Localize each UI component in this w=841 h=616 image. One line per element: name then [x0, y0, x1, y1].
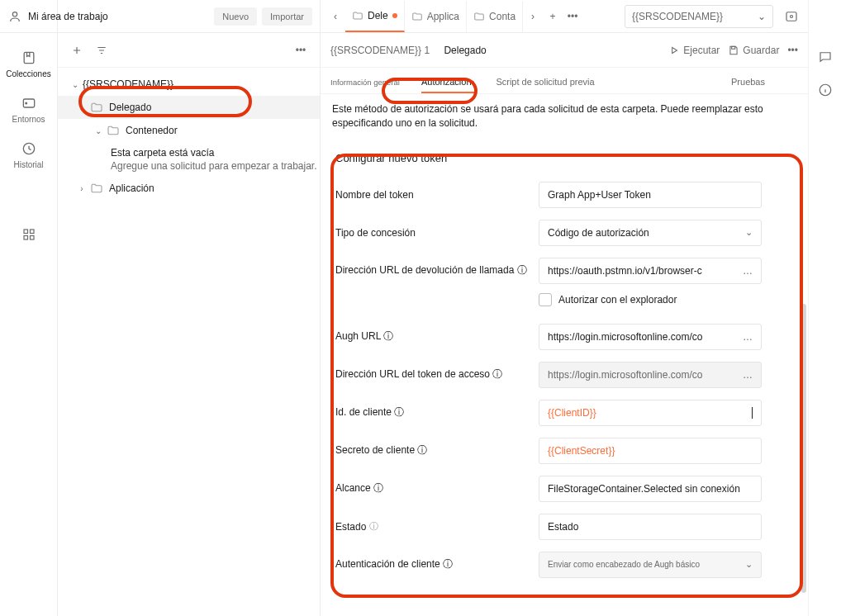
tree-contenedor[interactable]: ⌄ Contenedor: [58, 119, 320, 142]
tab-prev-icon[interactable]: ‹: [325, 7, 345, 26]
save-button[interactable]: Guardar: [728, 45, 779, 56]
grant-type-select[interactable]: Código de autorización⌄: [539, 220, 762, 246]
rail-collections[interactable]: Colecciones: [0, 41, 57, 87]
subtab-general[interactable]: Información general: [330, 78, 400, 93]
rail-collections-label: Colecciones: [6, 69, 50, 78]
scrollbar[interactable]: [801, 304, 806, 593]
subtab-tests[interactable]: Pruebas: [731, 77, 765, 93]
tree-delegado-label: Delegado: [109, 102, 151, 113]
auth-description: Este método de autorización se usará par…: [321, 94, 808, 139]
client-auth-select[interactable]: Enviar como encabezado de Augh básico⌄: [539, 552, 762, 578]
svg-rect-12: [732, 46, 735, 49]
workspace-header: Mi área de trabajo Nuevo Importar: [0, 0, 321, 33]
svg-marker-11: [672, 47, 677, 53]
folder-icon: [89, 181, 104, 196]
auth-url-input[interactable]: https://login.microsoftonline.com/co…: [539, 324, 762, 350]
tab-delegado[interactable]: Dele: [345, 1, 405, 32]
tree-aplicacion[interactable]: › Aplicación: [58, 177, 320, 200]
workspace-title: Mi área de trabajo: [28, 11, 209, 22]
unsaved-dot-icon: [392, 13, 397, 18]
chevron-down-icon[interactable]: ⌄: [68, 80, 83, 89]
chevron-down-icon[interactable]: ⌄: [91, 126, 106, 135]
breadcrumb: {{SRSCODENAME}} 1 Delegado: [330, 45, 487, 56]
state-input[interactable]: Estado: [539, 514, 762, 540]
scope-input[interactable]: FileStorageContainer.Selected sin conexi…: [539, 476, 762, 502]
tree-contenedor-label: Contenedor: [126, 125, 178, 136]
token-form: Configurar nuevo token Nombre del token …: [321, 139, 808, 616]
context-more-icon[interactable]: •••: [787, 45, 798, 56]
rail-environments[interactable]: Entornos: [0, 87, 57, 132]
tree-aplicacion-label: Aplicación: [109, 182, 154, 194]
context-row: {{SRSCODENAME}} 1 Delegado Ejecutar Guar…: [321, 33, 808, 68]
svg-point-3: [25, 102, 26, 104]
sidebar-tools: •••: [58, 33, 320, 68]
tab-aplicacion[interactable]: Applica: [405, 1, 467, 32]
breadcrumb-root[interactable]: {{SRSCODENAME}} 1: [330, 45, 430, 56]
breadcrumb-current: Delegado: [444, 45, 486, 56]
svg-rect-5: [24, 230, 28, 234]
folder-icon: [106, 123, 121, 138]
svg-rect-8: [30, 236, 34, 240]
environment-name: {{SRSCODENAME}}: [632, 11, 723, 22]
left-rail: Colecciones Entornos Historial: [0, 0, 58, 616]
chevron-down-icon: ⌄: [745, 559, 753, 570]
client-secret-input[interactable]: {{ClientSecret}}: [539, 438, 762, 464]
tab-next-icon[interactable]: ›: [523, 7, 543, 26]
info-icon[interactable]: [818, 83, 833, 97]
filter-icon[interactable]: [89, 38, 114, 63]
rail-history-label: Historial: [13, 160, 43, 169]
folder-icon: [352, 10, 363, 21]
callback-url-input[interactable]: https://oauth.pstmn.io/v1/browser-c…: [539, 258, 762, 284]
tab-bar: ‹ Dele Applica Conta › + ••• {{SRSCODENA…: [321, 0, 808, 33]
tab-more-icon[interactable]: •••: [563, 7, 582, 26]
tree-root-label: {{SRSCODENAME}}: [83, 78, 173, 90]
token-name-input[interactable]: Graph App+User Token: [539, 182, 762, 208]
client-id-label: Id. de cliente ⓘ: [335, 405, 539, 419]
token-name-label: Nombre del token: [335, 189, 539, 201]
comments-icon[interactable]: [818, 50, 833, 64]
subtab-prerequest[interactable]: Script de solicitud previa: [496, 77, 594, 93]
authorize-browser-checkbox[interactable]: [539, 293, 552, 306]
svg-rect-7: [24, 236, 28, 240]
chevron-down-icon[interactable]: ⌄: [74, 103, 89, 112]
svg-rect-1: [24, 52, 34, 63]
more-icon[interactable]: •••: [288, 38, 313, 63]
sub-tabs: Información general Autorización• Script…: [321, 68, 808, 94]
rail-apps[interactable]: [0, 219, 57, 254]
modified-dot: •: [472, 77, 475, 87]
tree-empty-title: Esta carpeta está vacía: [111, 147, 320, 159]
rail-environments-label: Entornos: [12, 115, 45, 124]
rail-history[interactable]: Historial: [0, 132, 57, 178]
svg-point-0: [12, 12, 17, 16]
sidebar: ••• ⌄ {{SRSCODENAME}} ⌄ Delegado ⌄ Conte…: [58, 0, 321, 616]
info-icon[interactable]: ⓘ: [369, 520, 378, 533]
folder-icon: [89, 100, 104, 115]
environment-select[interactable]: {{SRSCODENAME}} ⌄: [625, 5, 773, 28]
tree-delegado[interactable]: ⌄ Delegado: [58, 96, 320, 119]
right-rail: [808, 0, 841, 616]
import-button[interactable]: Importar: [262, 7, 312, 26]
tree-empty-sub: Agregue una solicitud para empezar a tra…: [111, 160, 320, 172]
run-button[interactable]: Ejecutar: [668, 45, 720, 56]
client-secret-label: Secreto de cliente ⓘ: [335, 443, 539, 457]
authorize-browser-label: Autorizar con el explorador: [558, 294, 677, 306]
tab-add-icon[interactable]: +: [543, 7, 563, 26]
chevron-right-icon[interactable]: ›: [74, 184, 89, 193]
add-icon[interactable]: [64, 38, 89, 63]
tree-empty: Esta carpeta está vacía Agregue una soli…: [58, 142, 320, 177]
collection-tree: ⌄ {{SRSCODENAME}} ⌄ Delegado ⌄ Contenedo…: [58, 68, 320, 616]
access-token-url-label: Dirección URL del token de acceso ⓘ: [335, 367, 539, 381]
auth-url-label: Augh URL ⓘ: [335, 329, 539, 344]
chevron-down-icon: ⌄: [745, 227, 753, 238]
access-token-url-input[interactable]: https://login.microsoftonline.com/co…: [539, 362, 762, 388]
form-title: Configurar nuevo token: [335, 152, 793, 164]
folder-icon: [411, 11, 423, 22]
environment-eye-icon[interactable]: [780, 5, 803, 28]
client-auth-label: Autenticación de cliente ⓘ: [335, 557, 539, 571]
tab-conta[interactable]: Conta: [467, 1, 523, 32]
new-button[interactable]: Nuevo: [214, 7, 257, 26]
tree-root[interactable]: ⌄ {{SRSCODENAME}}: [58, 73, 320, 96]
svg-point-10: [791, 15, 793, 17]
subtab-authorization[interactable]: Autorización•: [421, 77, 474, 93]
client-id-input[interactable]: {{ClientID}}: [539, 400, 762, 426]
